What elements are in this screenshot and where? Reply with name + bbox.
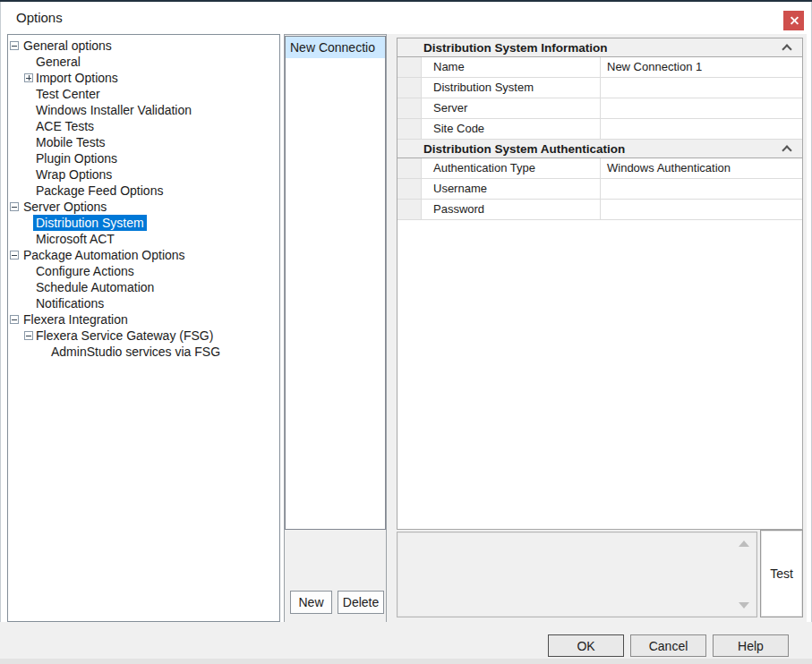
window-left-edge: [0, 2, 1, 664]
tree-item[interactable]: Package Automation Options: [8, 247, 279, 263]
property-section-header[interactable]: Distribution System Authentication: [397, 140, 802, 158]
tree-item-label[interactable]: General: [33, 54, 83, 70]
tree-item[interactable]: Plugin Options: [8, 150, 279, 166]
tree-item[interactable]: Microsoft ACT: [8, 231, 279, 247]
tree-item-label[interactable]: Wrap Options: [33, 166, 115, 183]
tree-item[interactable]: Package Feed Options: [8, 183, 279, 199]
tree-item-label[interactable]: Test Center: [33, 86, 103, 102]
property-value[interactable]: [601, 78, 802, 98]
property-row-gutter: [397, 57, 422, 77]
details-panel: Distribution System Information Name New…: [387, 34, 807, 624]
tree-item-label[interactable]: Package Feed Options: [33, 183, 166, 199]
tree-item[interactable]: Flexera Service Gateway (FSG): [8, 328, 279, 344]
property-label: Name: [422, 57, 601, 77]
options-tree[interactable]: General options General Import Options T…: [7, 34, 280, 622]
tree-item-label[interactable]: Schedule Automation: [33, 279, 157, 295]
property-value[interactable]: New Connection 1: [601, 57, 802, 77]
property-grid[interactable]: Distribution System Information Name New…: [397, 38, 803, 530]
tree-item-label[interactable]: Configure Actions: [33, 263, 137, 279]
property-label: Username: [422, 179, 601, 199]
new-button[interactable]: New: [290, 591, 332, 614]
tree-item-label[interactable]: Plugin Options: [33, 150, 120, 166]
tree-item-label[interactable]: Microsoft ACT: [33, 231, 117, 247]
property-row-gutter: [397, 200, 422, 219]
help-button[interactable]: Help: [713, 634, 789, 657]
property-label: Distribution System: [422, 78, 601, 98]
cancel-button[interactable]: Cancel: [630, 634, 706, 657]
tree-item-label[interactable]: General options: [21, 38, 115, 54]
tree-item[interactable]: Test Center: [8, 86, 279, 102]
tree-item[interactable]: General options: [8, 38, 279, 54]
close-button[interactable]: [783, 11, 804, 30]
connection-list-item[interactable]: New Connectio: [286, 37, 385, 58]
tree-item[interactable]: Wrap Options: [8, 166, 279, 183]
tree-item[interactable]: Windows Installer Validation: [8, 102, 279, 118]
property-value[interactable]: [601, 179, 802, 199]
tree-item-label[interactable]: Server Options: [21, 199, 109, 215]
property-row[interactable]: Site Code: [397, 119, 802, 140]
property-label: Authentication Type: [422, 158, 601, 178]
property-value[interactable]: [601, 98, 802, 118]
title-bar: Options: [1, 2, 811, 34]
property-row-gutter: [397, 78, 422, 98]
tree-item[interactable]: Server Options: [8, 199, 279, 215]
property-section-title: Distribution System Information: [423, 41, 608, 55]
tree-item-label[interactable]: AdminStudio services via FSG: [48, 344, 223, 360]
property-row[interactable]: Password: [397, 200, 802, 220]
tree-item-label[interactable]: Notifications: [33, 295, 107, 311]
tree-item-label[interactable]: Package Automation Options: [21, 247, 188, 263]
expand-icon[interactable]: [24, 73, 33, 82]
scroll-up-icon[interactable]: [739, 541, 749, 547]
scroll-down-icon[interactable]: [739, 602, 749, 609]
collapse-icon[interactable]: [10, 251, 19, 260]
chevron-up-icon[interactable]: [782, 145, 791, 155]
connections-panel: New Connectio New Delete: [284, 34, 387, 624]
property-section-title: Distribution System Authentication: [423, 142, 625, 156]
tree-item-label[interactable]: Flexera Integration: [21, 311, 131, 328]
property-section: Distribution System Information Name New…: [397, 38, 802, 140]
tree-item[interactable]: Flexera Integration: [8, 311, 279, 328]
tree-item[interactable]: Distribution System: [8, 215, 279, 231]
delete-button[interactable]: Delete: [338, 591, 384, 614]
tree-item[interactable]: Notifications: [8, 295, 279, 311]
tree-item[interactable]: Schedule Automation: [8, 279, 279, 295]
property-rows: Name New Connection 1 Distribution Syste…: [397, 57, 802, 140]
tree-item[interactable]: General: [8, 54, 279, 70]
property-row[interactable]: Name New Connection 1: [397, 57, 802, 78]
footer-bar: OK Cancel Help: [0, 622, 812, 664]
tree-item-label[interactable]: ACE Tests: [33, 118, 97, 134]
collapse-icon[interactable]: [24, 331, 33, 340]
property-row[interactable]: Username: [397, 179, 802, 200]
tree-item-label[interactable]: Import Options: [33, 70, 121, 86]
connections-list[interactable]: New Connectio: [285, 36, 386, 530]
tree-item[interactable]: Mobile Tests: [8, 134, 279, 150]
property-value[interactable]: [601, 119, 802, 139]
tree-item-label[interactable]: Distribution System: [33, 215, 147, 231]
property-row[interactable]: Distribution System: [397, 78, 802, 98]
property-row-gutter: [397, 158, 422, 178]
test-button[interactable]: Test: [760, 530, 803, 617]
property-section-header[interactable]: Distribution System Information: [397, 38, 802, 57]
property-label: Server: [422, 98, 601, 118]
property-value[interactable]: Windows Authentication: [601, 158, 802, 178]
tree-item[interactable]: Configure Actions: [8, 263, 279, 279]
collapse-icon[interactable]: [10, 41, 19, 50]
ok-button[interactable]: OK: [548, 634, 624, 657]
tree-item-label[interactable]: Flexera Service Gateway (FSG): [33, 328, 216, 344]
tree-item[interactable]: Import Options: [8, 70, 279, 86]
tree-item[interactable]: ACE Tests: [8, 118, 279, 134]
chevron-up-icon[interactable]: [782, 44, 791, 54]
tree-item-label[interactable]: Mobile Tests: [33, 134, 108, 150]
test-output-area[interactable]: [397, 532, 757, 617]
footer-shade: [0, 659, 812, 664]
property-value[interactable]: [601, 200, 802, 219]
property-row[interactable]: Authentication Type Windows Authenticati…: [397, 158, 802, 179]
connection-item-label: New Connectio: [290, 40, 375, 55]
collapse-icon[interactable]: [10, 315, 19, 324]
collapse-icon[interactable]: [10, 202, 19, 211]
property-row-gutter: [397, 119, 422, 139]
tree-item-label[interactable]: Windows Installer Validation: [33, 102, 194, 118]
property-row[interactable]: Server: [397, 98, 802, 119]
tree-item[interactable]: AdminStudio services via FSG: [8, 344, 279, 360]
property-rows: Authentication Type Windows Authenticati…: [397, 158, 802, 220]
